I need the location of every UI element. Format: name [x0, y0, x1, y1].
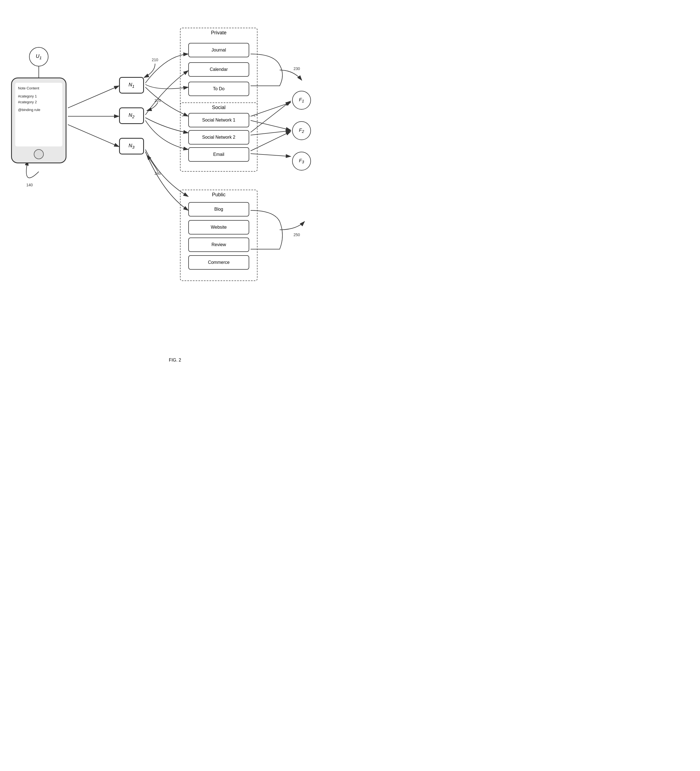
node-n2-label: N2: [129, 112, 134, 119]
friend-f3-label: F3: [299, 158, 304, 164]
annotation-210: 210: [152, 58, 158, 62]
user-label: U1: [36, 54, 42, 60]
journal-box: Journal: [188, 43, 249, 57]
social-network-2-box: Social Network 2: [188, 130, 249, 145]
commerce-box: Commerce: [188, 255, 249, 270]
binding-rule-label: @binding rule: [18, 107, 60, 113]
todo-label: To Do: [213, 86, 225, 91]
annotation-230: 230: [293, 67, 300, 71]
review-box: Review: [188, 237, 249, 252]
social-network-1-label: Social Network 1: [202, 118, 235, 123]
annotation-250: 250: [293, 233, 300, 237]
node-n2: N2: [119, 107, 144, 124]
commerce-label: Commerce: [208, 260, 230, 265]
node-n1-label: N1: [129, 82, 134, 89]
user-circle: U1: [29, 47, 49, 67]
friend-f3: F3: [292, 152, 311, 171]
friend-f2-label: F2: [299, 128, 304, 134]
phone-screen: Note Content #category 1 #category 2 @bi…: [15, 83, 62, 146]
friend-f2: F2: [292, 121, 311, 140]
svg-line-4: [68, 125, 119, 147]
social-label: Social: [180, 105, 257, 111]
phone-home-button: [34, 149, 44, 159]
category2-label: #category 2: [18, 99, 60, 105]
friend-f1: F1: [292, 91, 311, 110]
arrows-layer: [0, 0, 350, 371]
social-network-2-label: Social Network 2: [202, 135, 235, 140]
annotation-240: 240: [155, 171, 161, 176]
website-box: Website: [188, 220, 249, 234]
website-label: Website: [211, 225, 227, 230]
figure-caption: FIG. 2: [0, 358, 350, 363]
phone-device: Note Content #category 1 #category 2 @bi…: [11, 78, 67, 163]
blog-box: Blog: [188, 202, 249, 216]
social-network-1-box: Social Network 1: [188, 113, 249, 127]
annotation-220: 220: [155, 98, 161, 103]
note-content-label: Note Content: [18, 86, 60, 91]
email-box: Email: [188, 147, 249, 162]
public-label: Public: [180, 192, 257, 198]
email-label: Email: [213, 152, 224, 157]
blog-label: Blog: [214, 207, 223, 212]
review-label: Review: [212, 242, 226, 247]
node-n3: N3: [119, 138, 144, 155]
todo-box: To Do: [188, 82, 249, 96]
private-label: Private: [180, 30, 257, 36]
diagram: U1 Note Content #category 1 #category 2 …: [0, 0, 350, 371]
user-phone-line: [38, 67, 39, 79]
node-n3-label: N3: [129, 143, 134, 150]
journal-label: Journal: [212, 48, 226, 53]
category1-label: #category 1: [18, 94, 60, 99]
friend-f1-label: F1: [299, 97, 304, 103]
svg-line-2: [68, 86, 119, 108]
calendar-box: Calendar: [188, 62, 249, 77]
calendar-label: Calendar: [210, 67, 228, 72]
node-n1: N1: [119, 77, 144, 94]
annotation-140: 140: [26, 183, 33, 187]
